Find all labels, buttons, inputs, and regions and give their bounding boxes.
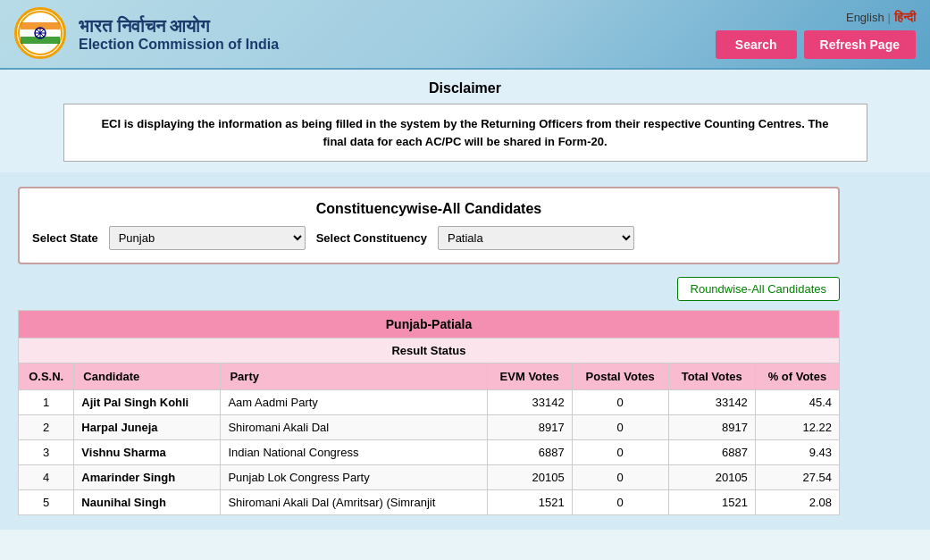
filter-row: Select State Punjab Select Constituency … (32, 226, 825, 250)
cell-party: Shiromani Akali Dal (221, 415, 487, 440)
hindi-lang-link[interactable]: हिन्दी (894, 10, 916, 25)
roundwise-button[interactable]: Roundwise-All Candidates (677, 277, 840, 301)
table-row: 4 Amarinder Singh Punjab Lok Congress Pa… (19, 465, 840, 490)
disclaimer-box: ECI is displaying the information as bei… (63, 104, 867, 162)
cell-evm-votes: 8917 (487, 415, 572, 440)
filter-box: Constituencywise-All Candidates Select S… (18, 187, 840, 264)
search-button[interactable]: Search (716, 30, 797, 59)
header-buttons: Search Refresh Page (716, 30, 916, 59)
header-right: English | हिन्दी Search Refresh Page (716, 10, 916, 59)
disclaimer-section: Disclaimer ECI is displaying the informa… (0, 70, 930, 172)
cell-postal-votes: 0 (572, 390, 668, 415)
cell-pct-votes: 9.43 (755, 440, 839, 465)
cell-party: Indian National Congress (221, 440, 487, 465)
cell-osn: 3 (19, 440, 74, 465)
cell-osn: 2 (19, 415, 74, 440)
table-row: 2 Harpal Juneja Shiromani Akali Dal 8917… (19, 415, 840, 440)
header: भारत निर्वाचन आयोग Election Commission o… (0, 0, 930, 70)
cell-evm-votes: 20105 (487, 465, 572, 490)
main-content: Constituencywise-All Candidates Select S… (0, 172, 930, 530)
cell-candidate: Amarinder Singh (74, 465, 221, 490)
cell-evm-votes: 6887 (487, 440, 572, 465)
cell-osn: 4 (19, 465, 74, 490)
cell-total-votes: 20105 (668, 465, 755, 490)
constituency-select[interactable]: Patiala (438, 226, 634, 250)
col-postal-votes: Postal Votes (572, 364, 668, 390)
cell-postal-votes: 0 (572, 440, 668, 465)
results-table: Punjab-Patiala Result Status O.S.N. Cand… (18, 310, 840, 515)
col-osn: O.S.N. (19, 364, 74, 390)
cell-candidate: Naunihal Singh (74, 490, 221, 515)
cell-postal-votes: 0 (572, 490, 668, 515)
table-row: 5 Naunihal Singh Shiromani Akali Dal (Am… (19, 490, 840, 515)
cell-total-votes: 8917 (668, 415, 755, 440)
filter-title: Constituencywise-All Candidates (32, 201, 825, 217)
header-left: भारत निर्वाचन आयोग Election Commission o… (14, 7, 279, 61)
col-evm-votes: EVM Votes (487, 364, 572, 390)
language-bar: English | हिन्दी (846, 10, 916, 25)
lang-separator: | (888, 11, 891, 24)
constituency-label: Select Constituency (316, 231, 427, 245)
results-table-wrap: Punjab-Patiala Result Status O.S.N. Cand… (18, 310, 840, 515)
cell-pct-votes: 2.08 (755, 490, 839, 515)
table-row: 1 Ajit Pal Singh Kohli Aam Aadmi Party 3… (19, 390, 840, 415)
cell-postal-votes: 0 (572, 465, 668, 490)
english-lang-link[interactable]: English (846, 11, 884, 24)
cell-pct-votes: 12.22 (755, 415, 839, 440)
eci-logo (14, 7, 68, 61)
cell-candidate: Ajit Pal Singh Kohli (74, 390, 221, 415)
table-row: 3 Vishnu Sharma Indian National Congress… (19, 440, 840, 465)
cell-pct-votes: 45.4 (755, 390, 839, 415)
state-select[interactable]: Punjab (109, 226, 306, 250)
cell-candidate: Vishnu Sharma (74, 440, 221, 465)
cell-total-votes: 6887 (668, 440, 755, 465)
header-title: भारत निर्वाचन आयोग Election Commission o… (79, 16, 279, 53)
cell-total-votes: 33142 (668, 390, 755, 415)
cell-evm-votes: 1521 (487, 490, 572, 515)
refresh-page-button[interactable]: Refresh Page (804, 30, 916, 59)
state-label: Select State (32, 231, 98, 245)
cell-party: Punjab Lok Congress Party (221, 465, 487, 490)
cell-osn: 5 (19, 490, 74, 515)
col-pct-votes: % of Votes (755, 364, 839, 390)
title-english: Election Commission of India (79, 37, 279, 53)
cell-osn: 1 (19, 390, 74, 415)
disclaimer-text: ECI is displaying the information as bei… (82, 115, 849, 150)
col-party: Party (221, 364, 487, 390)
table-region-title: Punjab-Patiala (19, 311, 840, 339)
col-candidate: Candidate (74, 364, 221, 390)
cell-pct-votes: 27.54 (755, 465, 839, 490)
cell-total-votes: 1521 (668, 490, 755, 515)
cell-party: Shiromani Akali Dal (Amritsar) (Simranji… (221, 490, 487, 515)
cell-evm-votes: 33142 (487, 390, 572, 415)
cell-candidate: Harpal Juneja (74, 415, 221, 440)
table-status-title: Result Status (19, 339, 840, 364)
cell-postal-votes: 0 (572, 415, 668, 440)
col-total-votes: Total Votes (668, 364, 755, 390)
roundwise-row: Roundwise-All Candidates (18, 277, 840, 301)
cell-party: Aam Aadmi Party (221, 390, 487, 415)
title-hindi: भारत निर्वाचन आयोग (79, 16, 279, 37)
disclaimer-title: Disclaimer (18, 80, 912, 96)
